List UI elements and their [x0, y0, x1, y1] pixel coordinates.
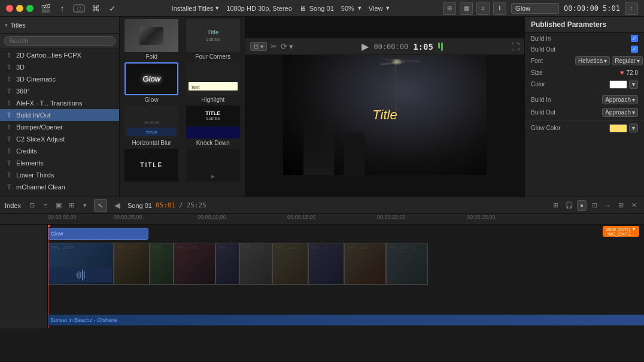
zoom-area[interactable]: 50% ▾ — [341, 4, 362, 12]
preview-area: ⊡ ▾ ✂ ⟳ ▾ ▶ 00:00:00 1:05 ⛶ — [245, 17, 524, 197]
sidebar-item-2d[interactable]: T 2D Cartoo...ties FCPX — [0, 49, 119, 61]
param-build-out: Build Out ✓ — [525, 44, 644, 55]
right-panel: Published Parameters Build In ✓ Build Ou… — [524, 17, 644, 197]
sidebar-item-bumper[interactable]: T Bumper/Opener — [0, 121, 119, 133]
thumb-hblur-box: ─ ─ ─ TITLE — [124, 105, 178, 138]
preview-aspect-btn[interactable]: ⊡ ▾ — [250, 42, 267, 51]
clip-img2270[interactable]: IMG_2270 — [308, 243, 344, 285]
thumb-hblur[interactable]: ─ ─ ─ TITLE Horizontal Blur — [122, 105, 181, 146]
sidebar-item-build[interactable]: T Build In/Out — [0, 109, 119, 121]
play-button[interactable]: ▶ — [362, 41, 369, 52]
title-icon-lower: T — [5, 171, 13, 179]
sidebar-item-lower[interactable]: T Lower Thirds — [0, 169, 119, 181]
title-icon-pixel1: T — [5, 195, 13, 197]
glow-color-dropdown[interactable]: ▾ — [629, 123, 638, 132]
sidebar-item-pixel1[interactable]: T Pixel Film...to Tracker — [0, 193, 119, 197]
thumb-highlight-box: Text — [186, 62, 240, 95]
tl-icon-1[interactable]: ⊞ — [551, 200, 561, 211]
thumb-fold[interactable]: Fold — [122, 19, 181, 60]
share-icon[interactable]: ↑ — [56, 2, 68, 14]
color-dropdown[interactable]: ▾ — [629, 80, 638, 89]
tl-icon-3[interactable]: ↔ — [602, 200, 613, 211]
clip-img-misc[interactable]: IMG_... — [150, 243, 174, 285]
cursor-tool[interactable]: ↖ — [94, 199, 107, 212]
tl-icon-expand[interactable]: ⊞ — [615, 200, 626, 211]
timeline-list-icon[interactable]: ≡ — [40, 200, 51, 211]
thumb-dark-item[interactable]: ▶ — [184, 149, 243, 183]
sidebar-item-elements[interactable]: T Elements — [0, 157, 119, 169]
title-clip-glow[interactable]: Glow — [48, 228, 148, 240]
fullscreen-button[interactable] — [26, 5, 34, 12]
thumb-dark-box: ▶ — [186, 149, 240, 182]
scene-building2 — [344, 133, 364, 175]
clip-img2260[interactable]: IMG_2260 — [114, 243, 150, 285]
installed-titles-dropdown[interactable]: Installed Titles ▾ — [172, 4, 220, 12]
grid-icon[interactable]: ⊞ — [443, 2, 456, 15]
sidebar-label-credits: Credits — [16, 147, 37, 155]
clip-img2242[interactable]: IMG_2242 — [344, 243, 386, 285]
glow-color-swatch[interactable] — [609, 124, 627, 132]
clip-img-410[interactable]: 410% IMG_2... — [215, 243, 239, 285]
clip-img2262b[interactable]: IMG_2262 — [272, 243, 308, 285]
thumb-glow[interactable]: Glow Glow — [122, 62, 181, 103]
sidebar-label-bumper: Bumper/Opener — [16, 123, 63, 131]
thumb-title[interactable]: TITLE — [122, 149, 181, 183]
sidebar-item-c2[interactable]: T C2 SliceX Adjust — [0, 133, 119, 145]
build-out-checkbox[interactable]: ✓ — [631, 46, 638, 53]
font-family-dropdown[interactable]: Helvetica ▾ — [575, 56, 610, 65]
timeline-timecode: 05:01 — [156, 201, 175, 209]
timeline-dropdown-icon[interactable]: ▾ — [80, 200, 90, 211]
traffic-lights — [6, 5, 34, 12]
sidebar-item-3d[interactable]: T 3D — [0, 61, 119, 73]
sidebar-item-3d-cinematic[interactable]: T 3D Cinematic — [0, 73, 119, 85]
titles-dropdown[interactable]: ▾ Titles — [5, 22, 26, 29]
filter-icon[interactable]: ≡ — [476, 2, 490, 15]
sidebar-item-360[interactable]: T 360° — [0, 85, 119, 97]
sidebar-item-credits[interactable]: T Credits — [0, 145, 119, 157]
glow-search-input[interactable] — [511, 3, 559, 14]
preview-audio-icon — [438, 43, 443, 51]
fullscreen-icon[interactable]: ⛶ — [511, 42, 520, 52]
title-icon-credits: T — [5, 147, 13, 155]
tl-icon-close[interactable]: ✕ — [628, 200, 639, 211]
buildin-approach-dropdown[interactable]: Approach ▾ — [602, 95, 638, 104]
clip-img2262[interactable]: IMG_2262 — [174, 243, 215, 285]
color-swatch-white[interactable] — [609, 80, 627, 89]
thumb-fourcorners[interactable]: Title Subtitle Four Corners — [184, 19, 243, 60]
check-icon: ✓ — [107, 2, 119, 14]
preview-speed-icon[interactable]: ⟳ ▾ — [281, 42, 294, 51]
thumb-knockdown[interactable]: TITLE Subtitle Knock Down — [184, 105, 243, 146]
info-icon[interactable]: ℹ — [493, 2, 506, 15]
preview-tool-icon[interactable]: ✂ — [271, 42, 277, 51]
font-style-dropdown[interactable]: Regular ▾ — [612, 56, 643, 65]
music-track[interactable]: Sunset in Beachz - Ofshane — [48, 315, 644, 325]
thumb-highlight[interactable]: Text Highlight — [184, 62, 243, 103]
clip-img2492-slow[interactable]: Slow (50%) ▼ IMG_2492 — [239, 243, 272, 285]
zoom-dropdown-icon: ▾ — [358, 4, 362, 12]
nav-left-btn[interactable]: ◀ — [114, 201, 120, 210]
sidebar-items-list: T 2D Cartoo...ties FCPX T 3D T 3D Cinema… — [0, 49, 119, 197]
search-input[interactable] — [4, 36, 116, 46]
close-button[interactable] — [6, 5, 13, 12]
view-area[interactable]: View ▾ — [369, 4, 390, 12]
timeline-clip-icon[interactable]: ▣ — [53, 200, 64, 211]
param-size: Size ♥ 72.0 — [525, 67, 644, 78]
buildout-approach-dropdown[interactable]: Approach ▾ — [602, 108, 638, 117]
build-in-checkbox[interactable]: ✓ — [631, 35, 638, 42]
title-icon-alefx: T — [5, 99, 13, 107]
title-clip-label: Glow — [51, 231, 63, 237]
timeline-grid-icon[interactable]: ⊡ — [27, 200, 38, 211]
media-icon[interactable]: 🎬 — [40, 2, 51, 14]
tl-icon-headphones[interactable]: 🎧 — [564, 200, 575, 211]
tl-icon-2[interactable]: ⊡ — [589, 200, 600, 211]
timeline-more-icon[interactable]: ⊞ — [66, 200, 77, 211]
tl-rec-btn[interactable]: ● — [577, 200, 587, 211]
sidebar-item-mchannel[interactable]: T mChannel Clean — [0, 181, 119, 193]
share-export-icon[interactable]: ↑ — [625, 2, 638, 15]
minimize-button[interactable] — [16, 5, 23, 12]
clip-img2249[interactable]: IMG_2249 — [48, 243, 114, 285]
timeline-right-icons: ⊞ 🎧 ● ⊡ ↔ ⊞ ✕ — [551, 200, 639, 211]
columns-icon[interactable]: ▦ — [460, 2, 473, 15]
clip-img2247z[interactable]: Slow (50%) ▼ IMG_2247.Z... — [386, 243, 428, 285]
sidebar-item-alefx[interactable]: T AleFX - T... Transitions — [0, 97, 119, 109]
